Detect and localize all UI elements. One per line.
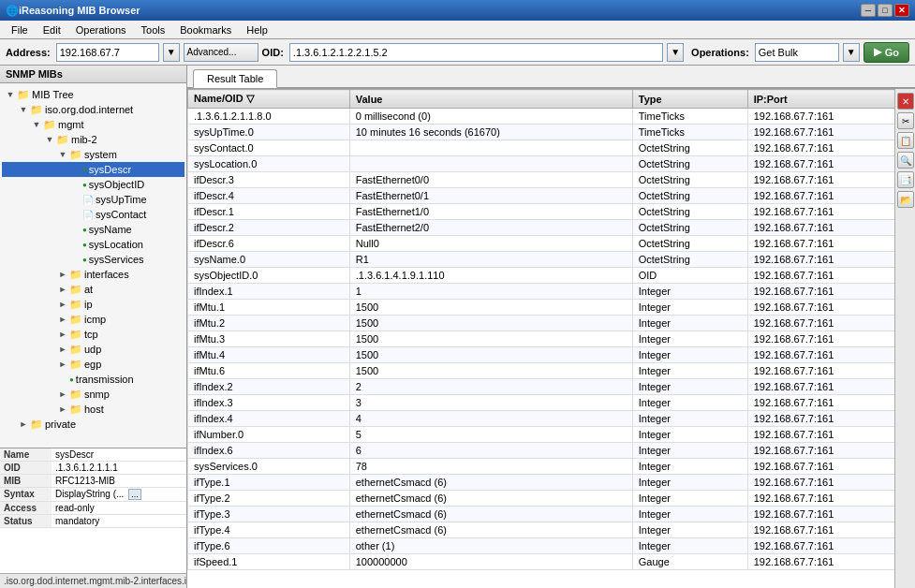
cut-icon[interactable]: ✂: [897, 112, 914, 129]
tree-node-sysContact[interactable]: 📄sysContact: [2, 207, 184, 222]
tree-expander-mgmt[interactable]: ▼: [30, 120, 43, 129]
table-row[interactable]: ifType.6other (1)Integer192.168.67.7:161: [188, 538, 915, 554]
oid-input[interactable]: [289, 43, 663, 62]
menu-item-operations[interactable]: Operations: [68, 22, 134, 37]
operations-input[interactable]: [755, 43, 839, 62]
table-row[interactable]: ifMtu.11500Integer192.168.67.7:161: [188, 300, 915, 316]
tree-expander-snmp[interactable]: ►: [56, 390, 69, 399]
search-icon[interactable]: 🔍: [897, 152, 914, 169]
table-row[interactable]: ifNumber.05Integer192.168.67.7:161: [188, 427, 915, 443]
open-icon[interactable]: 📂: [897, 191, 914, 208]
table-row[interactable]: sysContact.0OctetString192.168.67.7:161: [188, 140, 915, 156]
menu-item-edit[interactable]: Edit: [36, 22, 68, 37]
tree-node-tcp[interactable]: ►📁tcp: [2, 327, 184, 342]
table-row[interactable]: sysUpTime.010 minutes 16 seconds (61670)…: [188, 125, 915, 140]
column-header[interactable]: Name/OID ▽: [188, 90, 350, 109]
right-panel: Result Table Name/OID ▽ValueTypeIP:Port …: [187, 66, 915, 588]
tree-node-sysObjectID[interactable]: ●sysObjectID: [2, 177, 184, 192]
address-dropdown[interactable]: ▼: [163, 43, 180, 62]
table-row[interactable]: ifDescr.2FastEthernet2/0OctetString192.1…: [188, 220, 915, 236]
tree-expander-iso[interactable]: ▼: [17, 105, 30, 114]
minimize-button[interactable]: ─: [861, 4, 876, 17]
menu-item-bookmarks[interactable]: Bookmarks: [172, 22, 239, 37]
tree-node-at[interactable]: ►📁at: [2, 282, 184, 297]
table-row[interactable]: ifMtu.21500Integer192.168.67.7:161: [188, 316, 915, 331]
tree-expander-udp[interactable]: ►: [56, 345, 69, 354]
tree-node-host[interactable]: ►📁host: [2, 402, 184, 417]
tree-node-sysUpTime[interactable]: 📄sysUpTime: [2, 192, 184, 207]
table-row[interactable]: ifIndex.11Integer192.168.67.7:161: [188, 284, 915, 300]
table-row[interactable]: ifMtu.61500Integer192.168.67.7:161: [188, 363, 915, 379]
maximize-button[interactable]: □: [878, 4, 893, 17]
result-table-container[interactable]: Name/OID ▽ValueTypeIP:Port .1.3.6.1.2.1.…: [187, 89, 915, 588]
address-input[interactable]: [56, 43, 159, 62]
mib-tree-area[interactable]: ▼📁MIB Tree▼📁iso.org.dod.internet▼📁mgmt▼📁…: [0, 83, 186, 448]
tree-node-sysServices[interactable]: ●sysServices: [2, 252, 184, 267]
tree-expander-private[interactable]: ►: [17, 419, 30, 429]
column-header[interactable]: IP:Port: [747, 90, 914, 109]
table-row[interactable]: ifType.1ethernetCsmacd (6)Integer192.168…: [188, 475, 915, 491]
tree-node-system[interactable]: ▼📁system: [2, 147, 184, 162]
info-expand-btn[interactable]: ...: [128, 489, 141, 500]
tree-node-ip[interactable]: ►📁ip: [2, 297, 184, 312]
tree-node-private[interactable]: ►📁private: [2, 417, 184, 432]
table-row[interactable]: ifDescr.3FastEthernet0/0OctetString192.1…: [188, 172, 915, 188]
table-row[interactable]: sysLocation.0OctetString192.168.67.7:161: [188, 156, 915, 172]
tree-node-sysDescr[interactable]: ●sysDescr: [2, 162, 184, 177]
tree-node-iso[interactable]: ▼📁iso.org.dod.internet: [2, 102, 184, 117]
menu-item-file[interactable]: File: [4, 22, 36, 37]
tree-expander-interfaces[interactable]: ►: [56, 270, 69, 279]
table-row[interactable]: ifDescr.1FastEthernet1/0OctetString192.1…: [188, 204, 915, 220]
tree-node-mib-2[interactable]: ▼📁mib-2: [2, 132, 184, 147]
tree-node-sysName[interactable]: ●sysName: [2, 222, 184, 237]
result-table-tab[interactable]: Result Table: [193, 69, 277, 88]
tree-node-mib-tree[interactable]: ▼📁MIB Tree: [2, 87, 184, 102]
tree-node-egp[interactable]: ►📁egp: [2, 357, 184, 372]
table-row[interactable]: ifType.4ethernetCsmacd (6)Integer192.168…: [188, 522, 915, 538]
tree-expander-ip[interactable]: ►: [56, 300, 69, 309]
tree-node-transmission[interactable]: ●transmission: [2, 372, 184, 387]
table-row[interactable]: ifIndex.33Integer192.168.67.7:161: [188, 395, 915, 411]
oid-dropdown[interactable]: ▼: [667, 43, 684, 62]
operations-dropdown[interactable]: ▼: [843, 43, 860, 62]
paste-icon[interactable]: 📑: [897, 171, 914, 188]
go-button[interactable]: ▶ Go: [863, 42, 909, 63]
close-button[interactable]: ✕: [894, 4, 909, 17]
column-header[interactable]: Type: [632, 90, 747, 109]
tree-node-udp[interactable]: ►📁udp: [2, 342, 184, 357]
table-row[interactable]: ifType.2ethernetCsmacd (6)Integer192.168…: [188, 491, 915, 507]
table-row[interactable]: ifType.3ethernetCsmacd (6)Integer192.168…: [188, 507, 915, 522]
table-row[interactable]: sysServices.078Integer192.168.67.7:161: [188, 459, 915, 475]
delete-icon[interactable]: ✕: [897, 93, 914, 110]
menu-item-help[interactable]: Help: [239, 22, 275, 37]
table-row[interactable]: ifMtu.31500Integer192.168.67.7:161: [188, 331, 915, 347]
tree-node-sysLocation[interactable]: ●sysLocation: [2, 237, 184, 252]
table-cell: 6: [349, 443, 632, 459]
tree-expander-host[interactable]: ►: [56, 404, 69, 414]
table-row[interactable]: ifSpeed.1100000000Gauge192.168.67.7:161: [188, 554, 915, 570]
tree-expander-at[interactable]: ►: [56, 285, 69, 294]
column-header[interactable]: Value: [349, 90, 632, 109]
tree-node-interfaces[interactable]: ►📁interfaces: [2, 267, 184, 282]
table-row[interactable]: sysObjectID.0.1.3.6.1.4.1.9.1.110OID192.…: [188, 268, 915, 284]
table-row[interactable]: .1.3.6.1.2.1.1.8.00 millisecond (0)TimeT…: [188, 109, 915, 125]
menu-item-tools[interactable]: Tools: [134, 22, 173, 37]
tree-node-icmp[interactable]: ►📁icmp: [2, 312, 184, 327]
table-row[interactable]: ifIndex.66Integer192.168.67.7:161: [188, 443, 915, 459]
tree-expander-mib-2[interactable]: ▼: [43, 135, 56, 144]
table-row[interactable]: ifDescr.4FastEthernet0/1OctetString192.1…: [188, 188, 915, 204]
tree-node-mgmt[interactable]: ▼📁mgmt: [2, 117, 184, 132]
table-row[interactable]: sysName.0R1OctetString192.168.67.7:161: [188, 252, 915, 268]
tree-expander-mib-tree[interactable]: ▼: [4, 90, 17, 99]
table-row[interactable]: ifIndex.44Integer192.168.67.7:161: [188, 411, 915, 427]
tree-node-snmp[interactable]: ►📁snmp: [2, 387, 184, 402]
tree-expander-tcp[interactable]: ►: [56, 330, 69, 339]
advanced-button[interactable]: Advanced...: [184, 43, 258, 62]
table-row[interactable]: ifIndex.22Integer192.168.67.7:161: [188, 379, 915, 395]
table-row[interactable]: ifMtu.41500Integer192.168.67.7:161: [188, 347, 915, 363]
table-row[interactable]: ifDescr.6Null0OctetString192.168.67.7:16…: [188, 236, 915, 252]
copy-icon[interactable]: 📋: [897, 132, 914, 149]
tree-expander-icmp[interactable]: ►: [56, 315, 69, 324]
tree-expander-system[interactable]: ▼: [56, 150, 69, 159]
tree-expander-egp[interactable]: ►: [56, 360, 69, 369]
